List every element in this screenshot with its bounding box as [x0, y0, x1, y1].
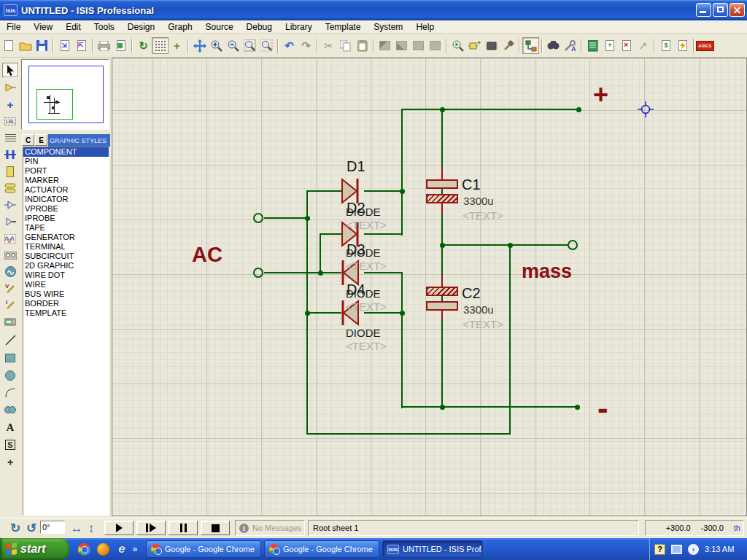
list-item-2d-graphic[interactable]: 2D GRAPHIC [23, 261, 109, 271]
junction-dot[interactable] [440, 243, 445, 248]
plus-label[interactable]: + [593, 79, 608, 110]
list-item-indicator[interactable]: INDICATOR [23, 195, 109, 204]
packaging-tool-icon[interactable] [483, 37, 500, 54]
play-button[interactable] [104, 521, 133, 535]
junction-dot-mode-icon[interactable]: + [2, 97, 18, 112]
property-assignment-icon[interactable]: A [562, 37, 578, 54]
wire-segment[interactable] [441, 244, 568, 246]
bill-of-materials-icon[interactable]: $ [657, 37, 674, 54]
step-button[interactable] [136, 521, 166, 535]
list-item-template[interactable]: TEMPLATE [23, 308, 109, 318]
flip-horizontal-icon[interactable]: ↔ [69, 521, 85, 535]
2d-text-mode-icon[interactable]: A [2, 420, 18, 435]
terminal[interactable] [568, 240, 578, 250]
terminal[interactable] [253, 268, 263, 278]
close-button[interactable] [729, 3, 745, 17]
graph-mode-icon[interactable] [2, 231, 18, 246]
diode-ref[interactable]: D4 [347, 281, 365, 298]
menu-debug[interactable]: Debug [240, 21, 279, 33]
list-item-pin[interactable]: PIN [23, 157, 109, 166]
mass-label[interactable]: mass [522, 260, 572, 283]
junction-dot[interactable] [305, 311, 310, 316]
block-rotate-icon[interactable] [410, 37, 427, 54]
junction-dot[interactable] [576, 107, 581, 112]
wire-segment[interactable] [509, 245, 511, 435]
copy-icon[interactable] [337, 37, 354, 54]
paste-icon[interactable] [354, 37, 371, 54]
rotation-angle-input[interactable]: 0° [40, 521, 65, 534]
pan-icon[interactable] [191, 37, 208, 54]
design-explorer-icon[interactable] [584, 37, 601, 54]
terminal[interactable] [253, 213, 263, 223]
wire-segment[interactable] [264, 272, 341, 273]
wire-autorouter-icon[interactable] [522, 37, 539, 54]
wire-segment[interactable] [401, 109, 403, 236]
zoom-in-icon[interactable] [208, 37, 225, 54]
hide-icons-chevron-icon[interactable]: ‹ [688, 544, 699, 555]
task-chrome-2[interactable]: Google - Google Chrome [264, 540, 379, 558]
wire-segment[interactable] [306, 433, 511, 435]
diode-ref[interactable]: D3 [347, 241, 365, 258]
wire-segment[interactable] [264, 217, 307, 219]
junction-dot[interactable] [400, 311, 405, 316]
export-section-icon[interactable]: ⇱ [73, 37, 90, 54]
list-item-tape[interactable]: TAPE [23, 223, 109, 233]
2d-box-mode-icon[interactable] [2, 351, 18, 365]
block-delete-icon[interactable] [427, 37, 444, 54]
capacitor-value[interactable]: 3300u [463, 195, 494, 207]
list-item-terminal[interactable]: TERMINAL [23, 242, 109, 252]
grid-toggle-icon[interactable] [152, 37, 169, 54]
list-item-subcircuit[interactable]: SUBCIRCUIT [23, 252, 109, 261]
quicklaunch-chrome-icon[interactable] [76, 541, 92, 557]
block-move-icon[interactable] [393, 37, 410, 54]
current-probe-mode-icon[interactable]: I [2, 297, 18, 311]
import-section-icon[interactable]: ⇲ [56, 37, 73, 54]
new-sheet-icon[interactable]: + [601, 37, 618, 54]
virtual-instrument-mode-icon[interactable] [2, 314, 18, 329]
zoom-all-icon[interactable] [241, 37, 258, 54]
voltage-probe-mode-icon[interactable]: V [2, 281, 18, 295]
menu-library[interactable]: Library [279, 21, 319, 33]
wire-segment[interactable] [441, 109, 443, 408]
2d-path-mode-icon[interactable] [2, 402, 18, 417]
rotate-anticlockwise-icon[interactable]: ↺ [23, 521, 39, 535]
task-isis[interactable]: isis UNTITLED - ISIS Prof... [382, 540, 483, 558]
menu-edit[interactable]: Edit [59, 21, 88, 33]
menu-graph[interactable]: Graph [161, 21, 198, 33]
pick-device-icon[interactable] [449, 37, 466, 54]
list-item-border[interactable]: BORDER [23, 299, 109, 308]
diode-device-name[interactable]: DIODE [346, 327, 381, 339]
list-item-generator[interactable]: GENERATOR [23, 233, 109, 242]
make-device-icon[interactable]: + [466, 37, 483, 54]
redraw-icon[interactable]: ↻ [135, 37, 152, 54]
junction-dot[interactable] [575, 405, 580, 410]
rotate-clockwise-icon[interactable]: ↻ [7, 521, 23, 535]
pick-button[interactable]: C [22, 134, 34, 146]
list-item-bus-wire[interactable]: BUS WIRE [23, 289, 109, 299]
new-file-icon[interactable] [0, 37, 17, 54]
remove-sheet-icon[interactable]: × [618, 37, 635, 54]
tape-recorder-mode-icon[interactable] [2, 248, 18, 262]
capacitor-c2-plate-hatched[interactable] [426, 287, 458, 296]
zoom-out-icon[interactable] [225, 37, 241, 54]
generator-mode-icon[interactable] [2, 264, 18, 279]
minimize-button[interactable] [696, 3, 711, 17]
cut-icon[interactable]: ✂ [320, 37, 337, 54]
capacitor-c1-plate[interactable] [426, 179, 458, 189]
undo-icon[interactable]: ↶ [281, 37, 298, 54]
wire-segment[interactable] [401, 406, 578, 408]
menu-file[interactable]: File [0, 21, 27, 33]
stop-button[interactable] [201, 521, 230, 535]
quicklaunch-more-icon[interactable]: » [130, 541, 140, 557]
decompose-icon[interactable] [500, 37, 516, 54]
2d-line-mode-icon[interactable] [2, 332, 18, 347]
junction-dot[interactable] [305, 216, 310, 221]
language-indicator-icon[interactable]: ? [654, 544, 665, 555]
origin-icon[interactable]: + [169, 37, 185, 54]
goto-sheet-icon[interactable]: ↗ [635, 37, 651, 54]
schematic-overview[interactable] [21, 59, 109, 130]
capacitor-ref[interactable]: C1 [462, 176, 481, 193]
schematic-canvas[interactable]: D1 DIODE <TEXT> D2 DIODE <TEXT> D3 DIODE… [112, 58, 747, 516]
junction-dot[interactable] [440, 405, 445, 410]
list-item-component[interactable]: COMPONENT [23, 147, 109, 157]
